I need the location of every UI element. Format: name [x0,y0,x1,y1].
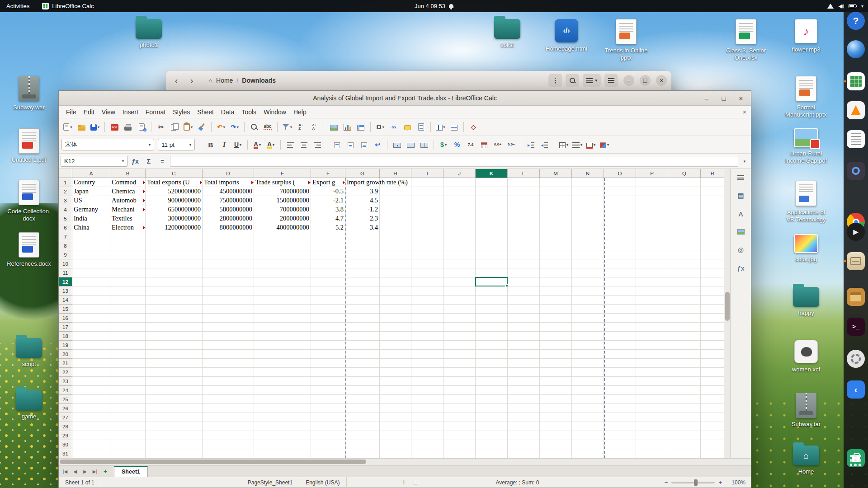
cell-M11[interactable] [540,268,572,277]
cell-P17[interactable] [636,323,668,332]
cell-F28[interactable] [311,422,345,431]
cell-N16[interactable] [572,314,604,323]
close-document-button[interactable]: × [743,108,746,116]
cell-N20[interactable] [572,350,604,359]
cell-M19[interactable] [540,341,572,350]
cell-B14[interactable] [110,296,146,305]
cell-A17[interactable] [72,323,110,332]
cell-D21[interactable] [203,359,254,368]
cell-G28[interactable] [345,422,380,431]
increase-indent-button[interactable] [524,138,537,151]
autofilter-button[interactable]: ▾ [281,121,293,133]
cell-H3[interactable] [380,196,411,205]
cell-H29[interactable] [380,431,411,440]
cell-C28[interactable] [146,422,203,431]
cell-D25[interactable] [203,395,254,404]
desktop-icon-home[interactable]: Home [782,446,830,475]
cell-A30[interactable] [72,440,110,449]
cell-K7[interactable] [476,232,508,241]
cell-I13[interactable] [411,286,443,296]
cell-C30[interactable] [146,440,203,449]
align-center-button[interactable] [297,138,310,151]
cell-Q2[interactable] [668,187,701,196]
cell-R26[interactable] [701,404,724,413]
cell-O23[interactable] [604,377,636,386]
cell-B28[interactable] [110,422,146,431]
app-grid-icon[interactable] [847,452,865,470]
cell-D31[interactable] [203,449,254,458]
cell-A20[interactable] [72,350,110,359]
cell-C5[interactable]: 3000000000 [146,214,203,223]
bold-button[interactable]: B [204,138,217,151]
menu-view[interactable]: View [98,106,119,118]
cell-K18[interactable] [476,332,508,341]
row-header-11[interactable]: 11 [59,268,72,277]
row-header-6[interactable]: 6 [59,223,72,232]
dropdown-arrow-icon[interactable]: ▾ [259,143,261,147]
row-header-10[interactable]: 10 [59,259,72,268]
cell-Q25[interactable] [668,395,701,404]
cell-E6[interactable]: 4000000000 [254,223,311,232]
cell-C31[interactable] [146,449,203,458]
cell-O9[interactable] [604,250,636,259]
cell-M13[interactable] [540,286,572,296]
cell-I23[interactable] [411,377,443,386]
cell-E23[interactable] [254,377,311,386]
cell-N5[interactable] [572,214,604,223]
cell-P9[interactable] [636,250,668,259]
desktop-icon-homepage[interactable]: Homepage.html [542,19,591,52]
insert-chart-button[interactable] [341,121,354,133]
cell-C13[interactable] [146,286,203,296]
cell-I3[interactable] [411,196,443,205]
cell-D10[interactable] [203,259,254,268]
cell-N2[interactable] [572,187,604,196]
row-header-22[interactable]: 22 [59,368,72,377]
cell-A16[interactable] [72,314,110,323]
cell-A25[interactable] [72,395,110,404]
cell-Q11[interactable] [668,268,701,277]
cell-B31[interactable] [110,449,146,458]
cell-C25[interactable] [146,395,203,404]
cell-B8[interactable] [110,241,146,250]
cell-D29[interactable] [203,431,254,440]
cell-F21[interactable] [311,359,345,368]
cell-Q7[interactable] [668,232,701,241]
cell-N26[interactable] [572,404,604,413]
cell-O20[interactable] [604,350,636,359]
cell-B1[interactable]: Commod [110,178,146,187]
dropdown-arrow-icon[interactable]: ▾ [223,125,225,129]
cell-O14[interactable] [604,296,636,305]
cell-M2[interactable] [540,187,572,196]
cell-Q4[interactable] [668,205,701,214]
borders-button[interactable]: ▾ [557,138,570,151]
cell-G22[interactable] [345,368,380,377]
cell-D8[interactable] [203,241,254,250]
row-header-16[interactable]: 16 [59,314,72,323]
cell-A28[interactable] [72,422,110,431]
cell-N21[interactable] [572,359,604,368]
cell-J20[interactable] [443,350,476,359]
cell-Q16[interactable] [668,314,701,323]
cell-P24[interactable] [636,386,668,395]
cell-C14[interactable] [146,296,203,305]
cell-D16[interactable] [203,314,254,323]
cell-P19[interactable] [636,341,668,350]
cell-H24[interactable] [380,386,411,395]
cell-P16[interactable] [636,314,668,323]
column-header-C[interactable]: C [146,169,203,178]
cell-N24[interactable] [572,386,604,395]
cell-M21[interactable] [540,359,572,368]
desktop-icon-trends[interactable]: Trends in Onlinepptx [602,19,651,61]
desktop-icon-untitled-pdf[interactable]: Untitled 1.pdf [5,128,53,164]
cell-N12[interactable] [572,277,604,286]
cell-H6[interactable] [380,223,411,232]
cell-P10[interactable] [636,259,668,268]
cell-N4[interactable] [572,205,604,214]
cell-R3[interactable] [701,196,724,205]
column-header-N[interactable]: N [572,169,604,178]
clock-menu[interactable]: Jun 4 09:53 [415,0,453,12]
hyperlink-button[interactable]: ∞ [387,121,400,133]
cell-E16[interactable] [254,314,311,323]
cell-H16[interactable] [380,314,411,323]
cell-K12[interactable] [476,277,508,286]
